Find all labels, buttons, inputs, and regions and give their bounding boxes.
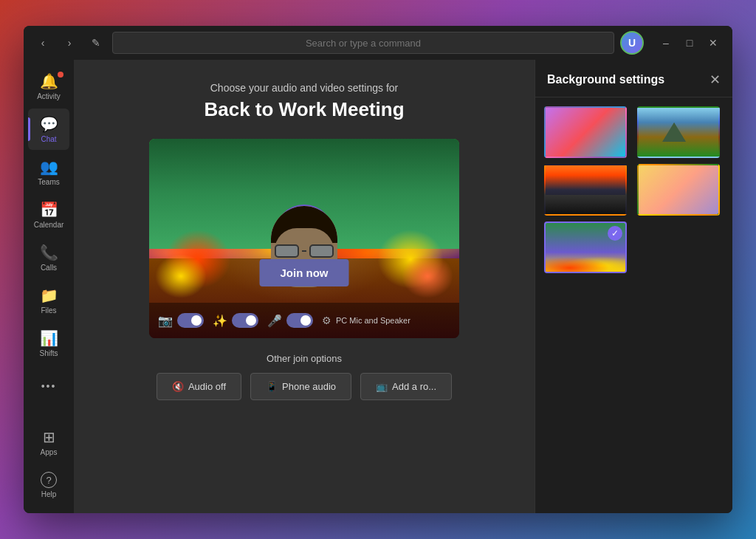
audio-settings-icon: ⚙ — [322, 315, 331, 326]
effects-toggle[interactable] — [232, 313, 258, 328]
phone-icon: 📱 — [266, 381, 278, 392]
bg-option-5[interactable]: ✓ — [544, 222, 627, 273]
close-bg-panel-button[interactable]: ✕ — [709, 72, 721, 88]
calls-icon: 📞 — [40, 244, 58, 261]
bg-option-3[interactable] — [544, 164, 627, 216]
audio-off-button[interactable]: 🔇 Audio off — [157, 373, 241, 400]
window-controls: – □ ✕ — [656, 32, 724, 53]
sidebar-item-shifts[interactable]: 📊 Shifts — [28, 323, 69, 364]
bg-panel-title: Background settings — [547, 73, 664, 86]
join-now-button[interactable]: Join now — [260, 259, 349, 286]
back-button[interactable]: ‹ — [32, 32, 53, 53]
close-button[interactable]: ✕ — [703, 32, 724, 53]
sidebar-label-apps: Apps — [41, 448, 58, 456]
help-icon: ? — [41, 472, 57, 488]
more-icon: ••• — [41, 380, 57, 392]
edit-button[interactable]: ✎ — [86, 32, 106, 53]
effects-toggle-group: ✨ — [213, 313, 258, 328]
audio-settings-group: ⚙ PC Mic and Speaker — [322, 315, 410, 326]
video-toggle-group: 📷 — [158, 313, 204, 328]
sidebar-label-calls: Calls — [41, 264, 57, 272]
title-bar: ‹ › ✎ U – □ ✕ — [24, 26, 732, 60]
other-join-section: Other join options 🔇 Audio off 📱 Phone a… — [157, 353, 452, 400]
sidebar-item-more[interactable]: ••• — [28, 365, 69, 407]
sidebar-item-calls[interactable]: 📞 Calls — [28, 237, 69, 278]
sidebar-item-activity[interactable]: 🔔 Activity — [28, 66, 69, 107]
chat-icon: 💬 — [40, 115, 58, 133]
sidebar-label-help: Help — [41, 490, 57, 498]
app-window: ‹ › ✎ U – □ ✕ 🔔 Activity 💬 Chat 👥 Teams — [24, 26, 732, 513]
sidebar-item-files[interactable]: 📁 Files — [28, 280, 69, 321]
add-room-label: Add a ro... — [392, 381, 436, 392]
sidebar-label-calendar: Calendar — [34, 221, 64, 229]
sidebar-label-activity: Activity — [37, 92, 61, 100]
activity-icon: 🔔 — [40, 72, 58, 90]
notification-dot — [58, 72, 63, 78]
bg-option-2[interactable] — [637, 106, 720, 158]
bg-option-4[interactable] — [637, 164, 720, 216]
sidebar: 🔔 Activity 💬 Chat 👥 Teams 📅 Calendar 📞 C… — [24, 60, 74, 513]
mic-toggle[interactable] — [286, 313, 313, 328]
audio-off-label: Audio off — [188, 381, 226, 392]
add-room-icon: 📺 — [376, 381, 388, 392]
apps-icon: ⊞ — [43, 428, 55, 446]
audio-off-icon: 🔇 — [172, 381, 184, 392]
files-icon: 📁 — [40, 286, 58, 304]
sidebar-item-calendar[interactable]: 📅 Calendar — [28, 194, 69, 236]
bg-grid: ✓ — [535, 97, 732, 282]
sidebar-item-chat[interactable]: 💬 Chat — [28, 109, 69, 150]
sidebar-label-shifts: Shifts — [39, 349, 58, 357]
sidebar-item-help[interactable]: ? Help — [28, 464, 69, 506]
mic-toggle-group: 🎤 — [267, 313, 313, 328]
video-preview: Join now 📷 ✨ 🎤 — [149, 139, 459, 338]
selected-check: ✓ — [608, 226, 622, 241]
teams-icon: 👥 — [40, 158, 58, 176]
phone-audio-button[interactable]: 📱 Phone audio — [250, 373, 351, 400]
bg-panel-header: Background settings ✕ — [535, 60, 732, 97]
video-icon: 📷 — [158, 314, 173, 328]
sidebar-label-chat: Chat — [41, 135, 56, 143]
minimize-button[interactable]: – — [656, 32, 676, 53]
effects-icon: ✨ — [213, 314, 227, 328]
video-controls-bar: 📷 ✨ 🎤 ⚙ PC Mic and — [149, 303, 459, 338]
forward-button[interactable]: › — [59, 32, 80, 53]
sidebar-label-files: Files — [41, 306, 56, 315]
prejoin-subtitle: Choose your audio and video settings for — [210, 82, 399, 94]
sidebar-label-teams: Teams — [38, 178, 59, 186]
add-room-button[interactable]: 📺 Add a ro... — [360, 373, 452, 400]
phone-audio-label: Phone audio — [282, 381, 336, 392]
search-input[interactable] — [112, 32, 614, 54]
prejoin-title: Back to Work Meeting — [204, 98, 404, 121]
content-area: Choose your audio and video settings for… — [74, 60, 535, 513]
mic-icon: 🎤 — [267, 314, 282, 328]
sidebar-item-teams[interactable]: 👥 Teams — [28, 151, 69, 193]
video-toggle[interactable] — [177, 313, 204, 328]
shifts-icon: 📊 — [40, 329, 58, 347]
sidebar-item-apps[interactable]: ⊞ Apps — [28, 422, 69, 463]
maximize-button[interactable]: □ — [679, 32, 700, 53]
prejoin-screen: Choose your audio and video settings for… — [74, 60, 535, 513]
bg-settings-panel: Background settings ✕ — [535, 60, 732, 513]
avatar[interactable]: U — [620, 31, 644, 55]
calendar-icon: 📅 — [40, 201, 58, 219]
audio-label: PC Mic and Speaker — [336, 316, 410, 325]
bg-option-1[interactable] — [544, 106, 627, 158]
main-layout: 🔔 Activity 💬 Chat 👥 Teams 📅 Calendar 📞 C… — [24, 60, 732, 513]
join-options-row: 🔇 Audio off 📱 Phone audio 📺 Add a ro... — [157, 373, 452, 400]
other-join-title: Other join options — [157, 353, 452, 364]
